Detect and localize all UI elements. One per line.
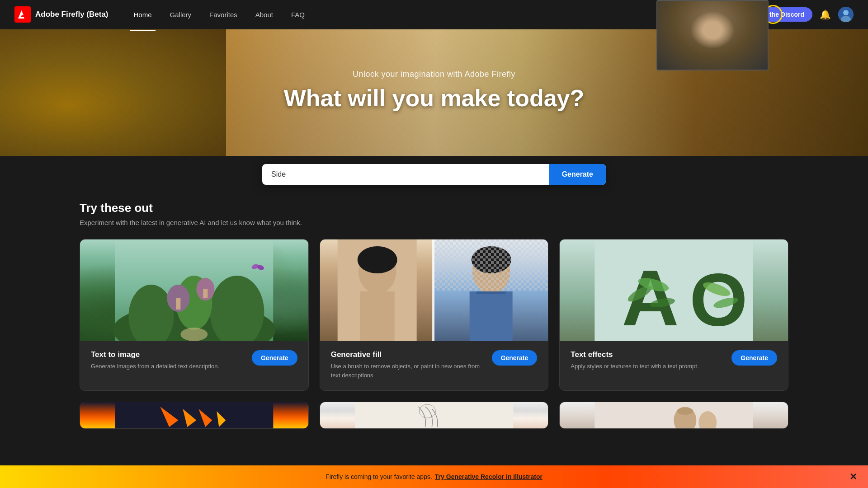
card-text-to-image-desc: Generate images from a detailed text des… [91, 362, 246, 371]
svg-rect-23 [470, 291, 513, 341]
app-logo[interactable]: Adobe Firefly (Beta) [14, 6, 108, 23]
card-generative-fill-desc: Use a brush to remove objects, or paint … [331, 362, 486, 380]
svg-rect-38 [355, 402, 513, 429]
section-title: Try these out [80, 201, 788, 215]
card-text-to-image-info: Text to image Generate images from a det… [91, 350, 246, 371]
cards-bottom-row [80, 402, 788, 429]
search-bar-wrap: Generate [0, 156, 868, 185]
svg-rect-40 [595, 402, 753, 429]
svg-rect-19 [360, 291, 394, 341]
nav-link-faq[interactable]: FAQ [284, 7, 312, 22]
bottom-card-1-image [80, 402, 308, 429]
svg-text:O: O [690, 258, 748, 341]
card-generative-fill-image [320, 239, 548, 341]
notification-close-button[interactable]: ✕ [849, 471, 857, 482]
bell-icon[interactable]: 🔔 [820, 9, 831, 20]
hero-generate-button[interactable]: Generate [549, 164, 606, 185]
bottom-card-2-image [320, 402, 548, 429]
avatar-icon [838, 7, 854, 22]
card-text-effects-image: A O [560, 239, 788, 341]
gen-fill-left-svg [320, 239, 434, 341]
svg-rect-33 [115, 402, 273, 429]
notification-link[interactable]: Try Generative Recolor in Illustrator [435, 473, 542, 480]
nav-links: Home Gallery Favorites About FAQ [127, 7, 312, 22]
svg-point-13 [180, 328, 208, 341]
hero-text-block: Unlock your imagination with Adobe Firef… [284, 70, 585, 112]
nav-link-home[interactable]: Home [127, 7, 159, 22]
try-section: Try these out Experiment with the latest… [0, 185, 868, 445]
bottom-card-3-svg [560, 402, 788, 429]
card-text-to-image: Text to image Generate images from a det… [80, 239, 309, 391]
cards-grid: Text to image Generate images from a det… [80, 239, 788, 391]
webcam-overlay [656, 0, 769, 70]
notification-bar: Firefly is coming to your favorite apps.… [0, 465, 868, 488]
card-generative-fill-title: Generative fill [331, 350, 486, 359]
text-to-image-svg [80, 239, 308, 341]
bottom-card-3-image [560, 402, 788, 429]
svg-rect-10 [176, 298, 180, 310]
card-text-to-image-title: Text to image [91, 350, 246, 359]
card-text-effects-title: Text effects [571, 350, 726, 359]
bottom-card-3 [559, 402, 788, 429]
card-text-to-image-button[interactable]: Generate [252, 350, 297, 366]
card-text-effects-desc: Apply styles or textures to text with a … [571, 362, 726, 371]
section-subtitle: Experiment with the latest in generative… [80, 219, 788, 226]
brand-name: Adobe Firefly (Beta) [35, 10, 108, 19]
bottom-card-2 [320, 402, 549, 429]
nav-link-gallery[interactable]: Gallery [163, 7, 199, 22]
nav-link-about[interactable]: About [248, 7, 280, 22]
hero-subtitle: Unlock your imagination with Adobe Firef… [284, 70, 585, 79]
card-generative-fill-info: Generative fill Use a brush to remove ob… [331, 350, 486, 380]
card-text-to-image-image [80, 239, 308, 341]
card-text-effects-body: Text effects Apply styles or textures to… [560, 341, 788, 382]
bottom-card-2-svg [320, 402, 548, 429]
card-generative-fill: Generative fill Use a brush to remove ob… [320, 239, 549, 391]
nav-link-favorites[interactable]: Favorites [202, 7, 245, 22]
svg-point-18 [357, 246, 397, 273]
hero-title: What will you make today? [284, 84, 585, 112]
webcam-video [657, 1, 768, 70]
svg-rect-12 [203, 289, 208, 298]
card-text-effects: A O Text effects Apply styles or textur [559, 239, 788, 391]
card-text-to-image-body: Text to image Generate images from a det… [80, 341, 308, 382]
notification-text: Firefly is coming to your favorite apps. [326, 473, 432, 480]
svg-point-2 [843, 10, 849, 15]
user-avatar[interactable] [838, 7, 854, 22]
card-text-effects-button[interactable]: Generate [731, 350, 777, 366]
text-effects-svg: A O [560, 239, 788, 341]
adobe-logo-icon [14, 6, 31, 23]
card-generative-fill-button[interactable]: Generate [492, 350, 538, 366]
search-bar: Generate [262, 164, 606, 185]
bottom-card-1-svg [80, 402, 308, 429]
card-generative-fill-body: Generative fill Use a brush to remove ob… [320, 341, 548, 390]
svg-rect-24 [476, 291, 506, 294]
card-text-effects-info: Text effects Apply styles or textures to… [571, 350, 726, 371]
bottom-card-1 [80, 402, 309, 429]
search-input[interactable] [262, 164, 549, 185]
svg-point-42 [677, 408, 693, 415]
